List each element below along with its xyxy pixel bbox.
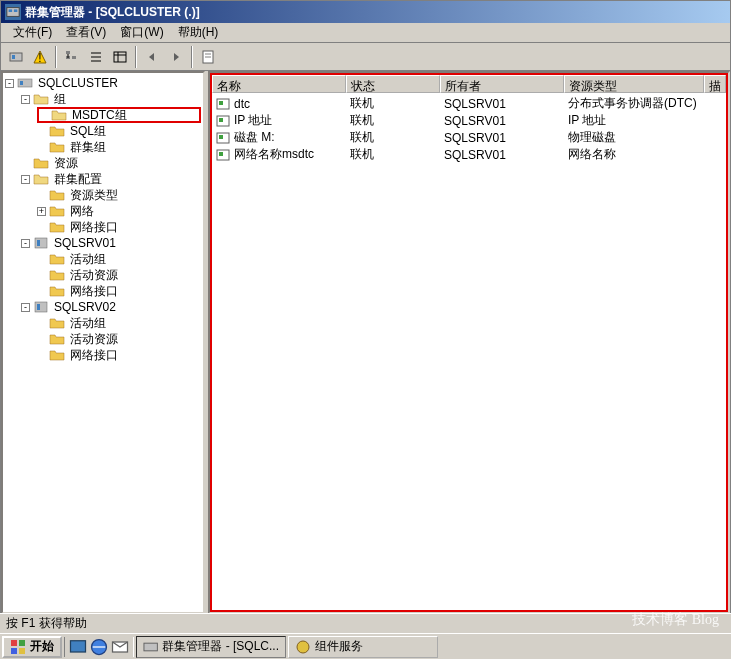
list-row[interactable]: dtc 联机 SQLSRV01 分布式事务协调器(DTC): [212, 95, 726, 112]
svg-rect-29: [219, 101, 223, 105]
tree-netif[interactable]: 网络接口: [37, 219, 201, 235]
tree-label: SQLSRV01: [52, 236, 118, 250]
tree-active-group[interactable]: 活动组: [37, 315, 201, 331]
col-restype[interactable]: 资源类型: [564, 75, 704, 93]
task-component-services[interactable]: 组件服务: [288, 636, 438, 658]
list-row[interactable]: IP 地址 联机 SQLSRV01 IP 地址: [212, 112, 726, 129]
tree-active-res[interactable]: 活动资源: [37, 331, 201, 347]
tree-label: SQL组: [68, 123, 108, 140]
menu-view[interactable]: 查看(V): [60, 22, 112, 43]
folder-icon: [49, 267, 65, 283]
tree-sql-group[interactable]: SQL组: [37, 123, 201, 139]
app-icon: [295, 639, 311, 655]
collapse-icon[interactable]: -: [21, 175, 30, 184]
svg-marker-18: [174, 53, 179, 61]
tree-label: 活动资源: [68, 331, 120, 348]
cell-type: IP 地址: [564, 112, 704, 129]
tree-srv2[interactable]: -SQLSRV02: [21, 299, 201, 315]
svg-rect-36: [11, 640, 17, 646]
tool-connect-icon[interactable]: [5, 46, 27, 68]
collapse-icon[interactable]: -: [21, 95, 30, 104]
tool-list-icon[interactable]: [85, 46, 107, 68]
tree-label: 组: [52, 91, 68, 108]
statusbar: 按 F1 获得帮助: [0, 613, 731, 633]
toolbar-separator: [191, 46, 193, 68]
folder-icon: [49, 331, 65, 347]
resource-icon: [216, 97, 230, 111]
tree-netif[interactable]: 网络接口: [37, 347, 201, 363]
cell-owner: SQLSRV01: [440, 148, 564, 162]
tree-label: 活动资源: [68, 267, 120, 284]
tool-prev-icon[interactable]: [141, 46, 163, 68]
tree-label: 网络接口: [68, 219, 120, 236]
folder-icon: [49, 251, 65, 267]
tree-label: 网络接口: [68, 347, 120, 364]
menu-window[interactable]: 窗口(W): [114, 22, 169, 43]
menu-file[interactable]: 文件(F): [7, 22, 58, 43]
ql-desktop-icon[interactable]: [68, 637, 88, 657]
tree-srv1[interactable]: -SQLSRV01: [21, 235, 201, 251]
ql-outlook-icon[interactable]: [110, 637, 130, 657]
list-row[interactable]: 网络名称msdtc 联机 SQLSRV01 网络名称: [212, 146, 726, 163]
col-desc[interactable]: 描述: [704, 75, 726, 93]
cell-state: 联机: [346, 112, 440, 129]
tree-network[interactable]: +网络: [37, 203, 201, 219]
resource-icon: [216, 148, 230, 162]
menu-help[interactable]: 帮助(H): [172, 22, 225, 43]
tool-next-icon[interactable]: [165, 46, 187, 68]
folder-open-icon: [33, 171, 49, 187]
collapse-icon[interactable]: -: [21, 239, 30, 248]
svg-rect-2: [14, 9, 18, 12]
svg-text:!: !: [38, 51, 41, 65]
col-state[interactable]: 状态: [346, 75, 440, 93]
tree-msdtc-group[interactable]: MSDTC组: [37, 107, 201, 123]
collapse-icon[interactable]: -: [21, 303, 30, 312]
cell-state: 联机: [346, 95, 440, 112]
titlebar[interactable]: 群集管理器 - [SQLCLUSTER (.)]: [1, 1, 730, 23]
tool-tree-icon[interactable]: [61, 46, 83, 68]
folder-icon: [33, 155, 49, 171]
tool-details-icon[interactable]: [109, 46, 131, 68]
toolbar-separator: [135, 46, 137, 68]
tree-resources[interactable]: 资源: [21, 155, 201, 171]
ql-ie-icon[interactable]: [89, 637, 109, 657]
col-name[interactable]: 名称: [212, 75, 346, 93]
tree-restype[interactable]: 资源类型: [37, 187, 201, 203]
resource-icon: [216, 114, 230, 128]
tree-netif[interactable]: 网络接口: [37, 283, 201, 299]
list-row[interactable]: 磁盘 M: 联机 SQLSRV01 物理磁盘: [212, 129, 726, 146]
cell-name: IP 地址: [234, 112, 272, 129]
resource-icon: [216, 131, 230, 145]
tree-pane[interactable]: - SQLCLUSTER - 组 MSDTC组: [1, 71, 205, 614]
start-label: 开始: [30, 638, 54, 655]
folder-icon: [49, 123, 65, 139]
tree-config[interactable]: -群集配置: [21, 171, 201, 187]
collapse-icon[interactable]: -: [5, 79, 14, 88]
tree-groups[interactable]: - 组: [21, 91, 201, 107]
task-cluster-admin[interactable]: 群集管理器 - [SQLC...: [136, 636, 286, 658]
svg-rect-26: [35, 302, 47, 312]
col-owner[interactable]: 所有者: [440, 75, 564, 93]
start-button[interactable]: 开始: [2, 636, 62, 658]
svg-rect-4: [12, 55, 15, 59]
folder-icon: [49, 187, 65, 203]
tree-label: 活动组: [68, 251, 108, 268]
svg-rect-3: [10, 53, 22, 61]
svg-rect-31: [219, 118, 223, 122]
task-label: 组件服务: [315, 638, 363, 655]
svg-rect-9: [72, 56, 76, 59]
tree-active-group[interactable]: 活动组: [37, 251, 201, 267]
svg-point-44: [297, 641, 309, 653]
expand-icon[interactable]: +: [37, 207, 46, 216]
tool-properties-icon[interactable]: [197, 46, 219, 68]
tree-label: 网络: [68, 203, 96, 220]
tree-label: 网络接口: [68, 283, 120, 300]
svg-rect-39: [19, 648, 25, 654]
toolbar: !: [1, 43, 730, 71]
tool-warning-icon[interactable]: !: [29, 46, 51, 68]
tree-active-res[interactable]: 活动资源: [37, 267, 201, 283]
tree-cluster-group[interactable]: 群集组: [37, 139, 201, 155]
cell-type: 物理磁盘: [564, 129, 704, 146]
tree-label: SQLCLUSTER: [36, 76, 120, 90]
tree-root[interactable]: - SQLCLUSTER: [5, 75, 201, 91]
